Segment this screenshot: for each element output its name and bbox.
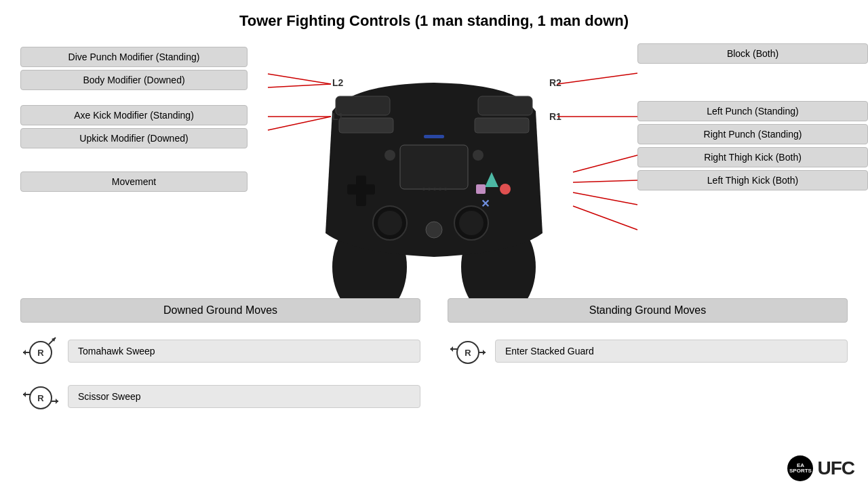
svg-rect-6: [400, 145, 468, 189]
svg-marker-47: [56, 399, 58, 404]
downed-title: Downed Ground Moves: [20, 298, 420, 323]
dive-punch-label: Dive Punch Modifier (Standing): [20, 47, 248, 67]
svg-rect-5: [475, 118, 529, 133]
scissor-row: R Scissor Sweep: [20, 378, 420, 415]
svg-rect-12: [476, 184, 486, 194]
page-title: Tower Fighting Controls (1 man standing,…: [0, 0, 868, 37]
standing-title: Standing Ground Moves: [448, 298, 848, 323]
standing-ground-moves-col: Standing Ground Moves R Enter Stacked Gu…: [448, 298, 848, 423]
joystick-icon-scissor: R: [20, 378, 61, 415]
svg-rect-2: [336, 96, 390, 115]
svg-point-22: [428, 188, 431, 190]
svg-text:R: R: [37, 348, 44, 358]
scissor-label: Scissor Sweep: [68, 385, 420, 408]
tomahawk-label: Tomahawk Sweep: [68, 340, 420, 363]
svg-rect-3: [478, 96, 532, 115]
svg-marker-53: [483, 350, 486, 355]
svg-line-30: [557, 73, 637, 84]
svg-line-35: [573, 206, 637, 230]
joystick-icon-stacked: R: [448, 332, 488, 369]
left-punch-label: Left Punch (Standing): [637, 101, 868, 121]
svg-point-21: [422, 188, 425, 190]
bottom-section: Downed Ground Moves R Tomahawk Sweep: [0, 298, 868, 423]
left-thigh-label: Left Thigh Kick (Both): [637, 170, 868, 190]
axe-kick-label: Axe Kick Modifier (Standing): [20, 105, 248, 125]
svg-rect-10: [347, 184, 375, 195]
downed-ground-moves-col: Downed Ground Moves R Tomahawk Sweep: [20, 298, 420, 423]
svg-line-27: [268, 84, 331, 87]
stacked-guard-label: Enter Stacked Guard: [495, 340, 848, 363]
svg-rect-9: [356, 176, 366, 206]
svg-line-32: [573, 155, 637, 172]
svg-marker-11: [485, 172, 498, 187]
svg-point-15: [373, 206, 407, 240]
svg-text:R: R: [37, 393, 44, 403]
block-label: Block (Both): [637, 43, 868, 64]
joystick-icon-tomahawk: R: [20, 332, 61, 369]
svg-point-16: [378, 211, 402, 235]
tomahawk-row: R Tomahawk Sweep: [20, 332, 420, 369]
svg-rect-4: [339, 118, 393, 133]
svg-line-26: [268, 74, 331, 84]
stacked-guard-row: R Enter Stacked Guard: [448, 332, 848, 369]
svg-point-17: [454, 206, 488, 240]
movement-label: Movement: [20, 171, 248, 192]
svg-line-34: [573, 192, 637, 205]
upkick-modifier-label: Upkick Modifier (Downed): [20, 128, 248, 148]
right-labels-area: Block (Both) Left Punch (Standing) Right…: [637, 37, 868, 193]
right-punch-label: Right Punch (Standing): [637, 124, 868, 144]
l1-label: L1: [332, 111, 344, 122]
logo-area: EASPORTS UFC: [787, 455, 854, 481]
svg-text:R: R: [465, 348, 471, 358]
svg-text:✕: ✕: [481, 198, 490, 209]
svg-point-13: [500, 184, 511, 195]
ufc-logo: UFC: [817, 458, 854, 479]
r2-label: R2: [549, 77, 561, 88]
svg-line-29: [268, 117, 331, 130]
ea-sports-logo: EASPORTS: [787, 455, 813, 481]
svg-rect-20: [424, 135, 444, 138]
r1-label: R1: [549, 111, 561, 122]
svg-marker-41: [23, 350, 26, 355]
svg-marker-45: [23, 392, 26, 397]
right-thigh-label: Right Thigh Kick (Both): [637, 147, 868, 167]
svg-line-33: [573, 180, 637, 182]
svg-point-18: [459, 211, 484, 235]
body-modifier-label: Body Modifier (Downed): [20, 70, 248, 90]
svg-point-8: [473, 150, 484, 161]
svg-point-25: [444, 188, 447, 190]
svg-point-7: [384, 150, 395, 161]
l2-label: L2: [332, 77, 344, 88]
svg-point-23: [433, 188, 436, 190]
svg-point-19: [426, 222, 442, 238]
svg-point-24: [439, 188, 441, 190]
left-labels-area: Dive Punch Modifier (Standing) Body Modi…: [20, 37, 271, 195]
svg-marker-51: [450, 346, 453, 352]
